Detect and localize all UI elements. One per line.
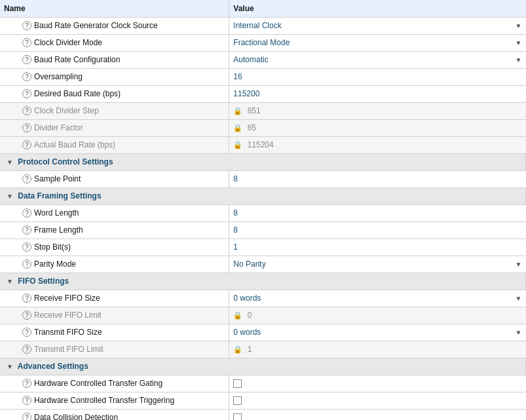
help-icon[interactable]: ? — [22, 294, 31, 303]
property-name-cell: ? Receive FIFO Size — [0, 290, 229, 307]
property-value-cell[interactable]: 0 words ▼ — [229, 290, 526, 307]
property-name-cell: ? Stop Bit(s) — [0, 239, 229, 256]
chevron-icon[interactable]: ▼ — [7, 363, 13, 370]
chevron-icon[interactable]: ▼ — [7, 193, 13, 200]
dropdown-arrow-icon[interactable]: ▼ — [516, 39, 522, 47]
property-name-cell: ? Oversampling — [0, 68, 229, 85]
table-row: ? Desired Baud Rate (bps) 115200 — [0, 85, 526, 102]
property-value-cell[interactable] — [229, 392, 526, 409]
table-header: Name Value — [0, 0, 526, 17]
help-icon[interactable]: ? — [22, 328, 31, 337]
property-name-cell: ? Hardware Controlled Transfer Gating — [0, 375, 229, 392]
chevron-icon[interactable]: ▼ — [7, 159, 13, 166]
property-name: Transmit FIFO Limit — [34, 345, 103, 354]
table-row: ? Transmit FIFO Limit 🔒 1 — [0, 341, 526, 358]
help-icon[interactable]: ? — [22, 72, 31, 81]
property-value: 65 — [248, 123, 256, 132]
property-name-cell: ? Transmit FIFO Limit — [0, 341, 229, 358]
property-value-cell[interactable] — [229, 409, 526, 420]
help-icon[interactable]: ? — [22, 21, 31, 30]
property-name: Receive FIFO Size — [34, 294, 100, 303]
table-row: ? Parity Mode No Parity ▼ — [0, 256, 526, 273]
property-name: Clock Divider Step — [34, 106, 99, 115]
property-name-cell: ? Desired Baud Rate (bps) — [0, 85, 229, 102]
help-icon[interactable]: ? — [22, 140, 31, 149]
property-name-cell: ? Frame Length — [0, 221, 229, 239]
lock-icon: 🔒 — [233, 107, 242, 115]
property-name-cell: ? Word Length — [0, 204, 229, 221]
lock-icon: 🔒 — [233, 124, 242, 132]
property-value: Internal Clock — [233, 21, 281, 30]
group-row[interactable]: ▼ Advanced Settings — [0, 358, 526, 375]
checkbox-input[interactable] — [233, 396, 242, 405]
dropdown-arrow-icon[interactable]: ▼ — [516, 56, 522, 64]
chevron-icon[interactable]: ▼ — [7, 278, 13, 285]
help-icon[interactable]: ? — [22, 106, 31, 115]
table-row: ? Transmit FIFO Size 0 words ▼ — [0, 324, 526, 341]
group-label: Data Framing Settings — [18, 191, 101, 200]
help-icon[interactable]: ? — [22, 311, 31, 320]
property-name: Data Collision Detection — [34, 413, 118, 420]
property-value: 8 — [233, 174, 238, 183]
table-row: ? Clock Divider Mode Fractional Mode ▼ — [0, 34, 526, 51]
group-row[interactable]: ▼ Protocol Control Settings — [0, 153, 526, 170]
checkbox-input[interactable] — [233, 413, 242, 420]
property-value: 115204 — [248, 140, 274, 149]
help-icon[interactable]: ? — [22, 413, 31, 420]
property-value: No Parity — [233, 259, 265, 269]
property-name-cell: ? Sample Point — [0, 170, 229, 187]
table-row: ? Frame Length 8 — [0, 221, 526, 239]
group-row[interactable]: ▼ FIFO Settings — [0, 273, 526, 290]
dropdown-arrow-icon[interactable]: ▼ — [516, 22, 522, 29]
lock-icon: 🔒 — [233, 345, 242, 354]
help-icon[interactable]: ? — [22, 242, 31, 252]
help-icon[interactable]: ? — [22, 208, 31, 218]
checkbox-input[interactable] — [233, 379, 242, 388]
dropdown-arrow-icon[interactable]: ▼ — [516, 295, 522, 302]
table-row: ? Baud Rate Configuration Automatic ▼ — [0, 51, 526, 68]
table-row: ? Data Collision Detection — [0, 409, 526, 420]
property-value-cell[interactable]: Fractional Mode ▼ — [229, 34, 526, 51]
property-value: 851 — [248, 106, 261, 115]
help-icon[interactable]: ? — [22, 396, 31, 405]
group-header-cell: ▼ FIFO Settings — [0, 273, 526, 290]
help-icon[interactable]: ? — [22, 259, 31, 269]
group-label: Advanced Settings — [18, 362, 88, 371]
property-value: 8 — [233, 225, 238, 235]
property-name: Stop Bit(s) — [34, 242, 71, 252]
property-value-cell[interactable]: 8 — [229, 170, 526, 187]
property-value-cell[interactable]: 8 — [229, 221, 526, 239]
group-label: FIFO Settings — [18, 277, 69, 286]
property-value-cell[interactable]: 115200 — [229, 85, 526, 102]
help-icon[interactable]: ? — [22, 123, 31, 132]
property-name-cell: ? Baud Rate Generator Clock Source — [0, 17, 229, 34]
header-value: Value — [229, 0, 526, 17]
help-icon[interactable]: ? — [22, 55, 31, 64]
property-name-cell: ? Clock Divider Step — [0, 102, 229, 119]
dropdown-arrow-icon[interactable]: ▼ — [516, 329, 522, 336]
property-value-cell[interactable]: 16 — [229, 68, 526, 85]
property-value-cell[interactable]: 0 words ▼ — [229, 324, 526, 341]
property-value-cell[interactable]: 8 — [229, 204, 526, 221]
help-icon[interactable]: ? — [22, 345, 31, 354]
help-icon[interactable]: ? — [22, 89, 31, 98]
header-name: Name — [0, 0, 229, 17]
help-icon[interactable]: ? — [22, 379, 31, 388]
property-name-cell: ? Parity Mode — [0, 256, 229, 273]
property-value-cell[interactable]: 1 — [229, 239, 526, 256]
table-row: ? Hardware Controlled Transfer Triggerin… — [0, 392, 526, 409]
property-value-cell[interactable]: Internal Clock ▼ — [229, 17, 526, 34]
table-row: ? Receive FIFO Limit 🔒 0 — [0, 307, 526, 324]
help-icon[interactable]: ? — [22, 225, 31, 235]
property-value-cell[interactable] — [229, 375, 526, 392]
property-value-cell[interactable]: Automatic ▼ — [229, 51, 526, 68]
property-value-cell[interactable]: No Parity ▼ — [229, 256, 526, 273]
help-icon[interactable]: ? — [22, 174, 31, 183]
group-row[interactable]: ▼ Data Framing Settings — [0, 187, 526, 204]
property-value: 1 — [248, 345, 252, 354]
help-icon[interactable]: ? — [22, 38, 31, 47]
property-name-cell: ? Clock Divider Mode — [0, 34, 229, 51]
dropdown-arrow-icon[interactable]: ▼ — [516, 261, 522, 268]
property-name: Transmit FIFO Size — [34, 328, 102, 337]
property-name-cell: ? Receive FIFO Limit — [0, 307, 229, 324]
